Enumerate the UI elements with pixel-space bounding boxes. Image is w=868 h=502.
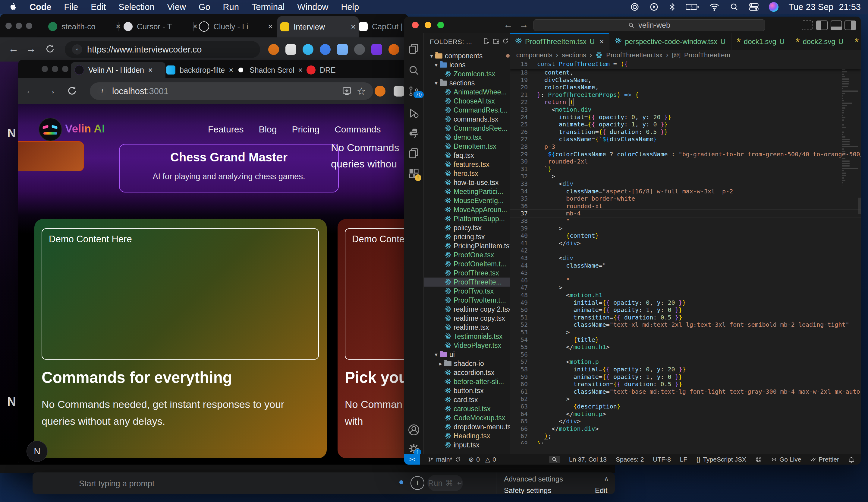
breadcrumb-item[interactable]: sections	[562, 51, 586, 59]
avatar[interactable]: N	[27, 441, 48, 462]
tree-file-ProofOne-tsx[interactable]: ProofOne.tsxU	[424, 250, 510, 259]
search-icon[interactable]	[408, 64, 420, 76]
toggle-secondary-sidebar-icon[interactable]	[845, 21, 856, 30]
tree-folder-ui[interactable]: ▾ui	[424, 350, 510, 359]
menu-item-edit[interactable]: Edit	[91, 2, 106, 12]
account-icon[interactable]	[408, 424, 420, 436]
explorer-icon[interactable]	[408, 43, 420, 54]
tab-close-icon[interactable]: ×	[268, 22, 273, 31]
new-folder-icon[interactable]	[493, 37, 500, 47]
browser-tab-dre[interactable]: DRE	[303, 62, 372, 78]
tree-file-input-tsx[interactable]: input.tsx	[424, 441, 510, 450]
minimize-button[interactable]	[16, 23, 22, 29]
run-debug-icon[interactable]	[408, 108, 420, 119]
nav-back-icon[interactable]: ←	[504, 20, 513, 30]
minimize-button[interactable]	[425, 22, 431, 28]
tree-file-commands-tsx[interactable]: commands.tsx	[424, 114, 510, 124]
menu-item-run[interactable]: Run	[223, 2, 239, 12]
tree-file-policy-tsx[interactable]: policy.tsx	[424, 223, 510, 232]
tree-file-ProofOneItem-t-[interactable]: ProofOneItem.t...U	[424, 259, 510, 269]
chevron-up-icon[interactable]: ∧	[603, 475, 609, 483]
prompt-input[interactable]: Start typing a prompt	[79, 479, 155, 489]
safety-edit-button[interactable]: Edit	[595, 486, 607, 494]
tab-close-icon[interactable]: ×	[351, 22, 355, 32]
scrollbar-thumb[interactable]	[858, 198, 861, 214]
tree-file-PricingPlanItem-tsx[interactable]: PricingPlanItem.tsx	[424, 241, 510, 250]
front-url-bar[interactable]: i localhost:3001 ☆	[90, 82, 373, 100]
close-button[interactable]	[412, 22, 418, 28]
browser-tab-capcut-[interactable]: CapCut |	[355, 18, 409, 35]
menu-item-file[interactable]: File	[64, 2, 79, 12]
tree-file-ProofTwoItem-t-[interactable]: ProofTwoItem.t...U	[424, 296, 510, 305]
zoom-button[interactable]	[437, 22, 444, 28]
tree-file-pricing-tsx[interactable]: pricing.tsx	[424, 232, 510, 241]
purple-extension-icon[interactable]	[371, 44, 382, 55]
battery-icon[interactable]	[686, 3, 699, 11]
language-mode[interactable]: {}TypeScript JSX	[696, 456, 746, 463]
tree-file-CommandRes-t-[interactable]: CommandRes.t...U	[424, 106, 510, 114]
tree-file-MouseEventIg-[interactable]: MouseEventIg...U	[424, 196, 510, 205]
close-button[interactable]	[6, 23, 12, 29]
vscode-window[interactable]: ← → velin-web 70 ! 1 FOLDERS: ... ▾compo…	[404, 17, 861, 465]
nav-link-pricing[interactable]: Pricing	[292, 124, 320, 134]
go-live[interactable]: Go Live	[771, 456, 801, 463]
front-browser-window[interactable]: Velin AI - Hidden×backdrop-filter: |×Sha…	[18, 60, 409, 465]
python-icon[interactable]	[408, 127, 420, 139]
browser-tab-interview[interactable]: Interview×	[277, 16, 359, 37]
editor-tab-dock1-svg[interactable]: *dock1.svgU	[732, 33, 790, 50]
tree-file-realtime-copy-2-tsx[interactable]: realtime copy 2.tsx	[424, 305, 510, 314]
tree-file-ProofThree-tsx[interactable]: ProofThree.tsxU	[424, 269, 510, 278]
tree-file-realtime-tsx[interactable]: realtime.tsx	[424, 323, 510, 332]
tab-close-icon[interactable]: ×	[148, 66, 153, 74]
tree-file-faq-tsx[interactable]: faq.tsx	[424, 151, 510, 160]
browser-tab-cursor-t[interactable]: Cursor - T×	[121, 18, 200, 35]
tree-file-realtime-copy-tsx[interactable]: realtime copy.tsx	[424, 314, 510, 323]
ghost-extension-icon[interactable]	[286, 44, 296, 55]
play-status-icon[interactable]	[650, 2, 659, 11]
tree-file-PlatformsSupp-[interactable]: PlatformsSupp...U	[424, 214, 510, 223]
command-search-box[interactable]: velin-web	[534, 19, 765, 31]
zoom-button[interactable]	[62, 66, 69, 72]
tree-file-CodeMockup-tsx[interactable]: CodeMockup.tsxU	[424, 413, 510, 422]
tree-file-ProofThreeIte-[interactable]: ProofThreeIte...U	[424, 278, 510, 287]
source-control-icon[interactable]: 70	[408, 86, 420, 97]
cursor-position[interactable]: Ln 37, Col 13	[569, 456, 607, 463]
tree-file-button-tsx[interactable]: button.tsx	[424, 386, 510, 395]
tree-file-carousel-tsx[interactable]: carousel.tsxU	[424, 404, 510, 413]
code-editor[interactable]: 18content,19divClassName,20colorClassNam…	[510, 60, 861, 444]
spotlight-icon[interactable]	[730, 2, 739, 11]
tree-file-CommandsRee-[interactable]: CommandsRee...U	[424, 124, 510, 133]
menu-clock[interactable]: Tue 23 Sep21:53	[789, 2, 861, 12]
bluetooth-icon[interactable]	[669, 2, 675, 11]
browser-tab-backdrop-filter-[interactable]: backdrop-filter: |×	[163, 62, 237, 78]
zoom-indicator-icon[interactable]	[549, 456, 560, 463]
editor-tab-perspective-code-window-tsx[interactable]: perspective-code-window.tsxU	[609, 33, 731, 50]
breadcrumb[interactable]: components›sections›ProofThreeItem.tsx›[…	[516, 50, 730, 60]
menu-item-terminal[interactable]: Terminal	[252, 2, 285, 12]
new-file-icon[interactable]	[483, 37, 490, 47]
settings-gear-icon[interactable]: 1	[408, 443, 420, 454]
notifications-bell-icon[interactable]	[848, 456, 855, 463]
wave-extension-icon[interactable]	[302, 44, 313, 55]
remote-indicator[interactable]: ><	[404, 454, 420, 465]
tree-file-VideoPlayer-tsx[interactable]: VideoPlayer.tsxU	[424, 341, 510, 350]
c-extension-icon[interactable]	[320, 44, 331, 55]
tree-file-Heading-tsx[interactable]: Heading.tsxM	[424, 431, 510, 441]
tree-file-how-to-use-tsx[interactable]: how-to-use.tsx	[424, 178, 510, 187]
tab-close-icon[interactable]: ×	[599, 37, 604, 46]
customize-layout-icon[interactable]	[802, 21, 813, 30]
tree-file-ProofTwo-tsx[interactable]: ProofTwo.tsxU	[424, 287, 510, 296]
tree-file-ZoomIcon-tsx[interactable]: ZoomIcon.tsxU	[424, 69, 510, 79]
prettier[interactable]: Prettier	[810, 456, 839, 463]
commands-demo-card[interactable]: Demo Content Here Commands for everythin…	[34, 219, 327, 458]
tree-file-accordion-tsx[interactable]: accordion.tsx	[424, 368, 510, 377]
github-icon[interactable]	[755, 456, 762, 463]
k-extension-icon[interactable]	[354, 44, 365, 55]
run-button[interactable]: Run⌘	[427, 475, 463, 491]
breadcrumb-item[interactable]: components	[516, 51, 552, 59]
menu-item-window[interactable]: Window	[297, 2, 328, 12]
tree-folder-components[interactable]: ▾components	[424, 51, 510, 60]
picker-extension-icon[interactable]	[337, 44, 348, 55]
nav-link-commands[interactable]: Commands	[334, 124, 381, 134]
back-icon[interactable]: ←	[8, 43, 19, 54]
